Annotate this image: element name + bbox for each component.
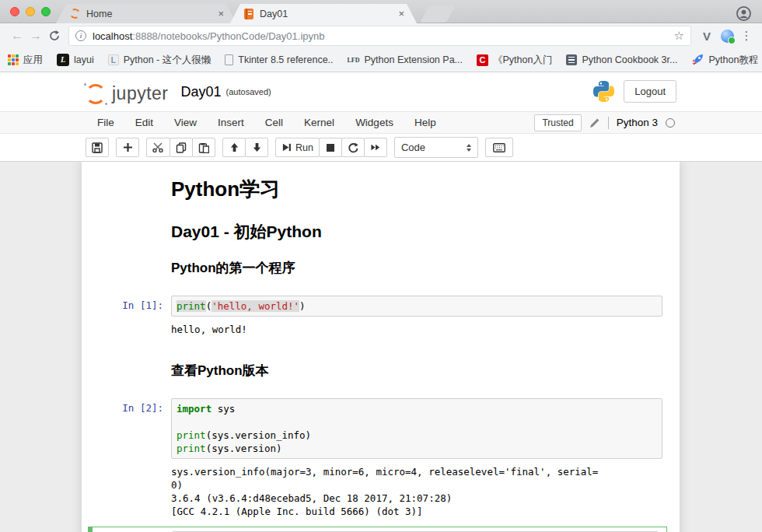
kernel-name: Python 3 <box>617 117 658 128</box>
bookmark-layui[interactable]: L layui <box>57 54 94 66</box>
bookmark-label: 《Python入门 <box>493 54 552 67</box>
output-text: sys.version_info(major=3, minor=6, micro… <box>171 465 598 518</box>
close-window-button[interactable] <box>10 7 19 16</box>
jupyter-spinner-icon <box>69 8 82 20</box>
bookmark-label: Python Extension Pa... <box>365 54 463 65</box>
forward-icon[interactable]: → <box>26 29 45 43</box>
menu-insert[interactable]: Insert <box>218 117 244 128</box>
tab-close-icon[interactable]: × <box>397 8 406 19</box>
jupyter-header: jupyter Day01 (autosaved) Logout <box>0 72 762 111</box>
copy-icon <box>176 142 187 153</box>
tab-close-icon[interactable]: × <box>216 8 225 19</box>
zoom-window-button[interactable] <box>41 7 51 16</box>
code-input[interactable]: import sys print(sys.version_info)print(… <box>171 398 662 459</box>
arrow-down-icon <box>252 142 262 152</box>
python-logo-icon <box>593 81 614 102</box>
jupyter-toolbar: Run Code <box>0 134 762 162</box>
back-icon[interactable]: ← <box>8 29 26 43</box>
save-button[interactable] <box>86 138 109 157</box>
code-cell-1[interactable]: In [1]: print('hello, world!') <box>82 296 680 317</box>
bookmark-cookbook[interactable]: Python Cookbook 3r... <box>566 54 677 65</box>
extension-v-icon[interactable]: V <box>697 30 716 43</box>
code-input[interactable]: print('hello, world!') <box>171 296 662 317</box>
code-cell-3-selected[interactable]: In [ ]: <box>88 527 667 532</box>
restart-kernel-button[interactable] <box>341 138 365 157</box>
profile-avatar-icon[interactable] <box>736 6 751 21</box>
bookmark-label: Python - 这个人很懒 <box>124 54 211 67</box>
jupyter-planet-icon <box>86 84 106 104</box>
menu-edit[interactable]: Edit <box>135 117 153 128</box>
address-bar[interactable]: i localhost:8888/notebooks/PythonCode/Da… <box>68 26 691 46</box>
url-path: :8888/notebooks/PythonCode/Day01.ipynb <box>132 30 324 42</box>
input-prompt: In [2]: <box>82 398 171 459</box>
output-prompt <box>82 465 171 518</box>
output-text: hello, world! <box>171 323 247 336</box>
bookmark-label: layui <box>74 54 94 65</box>
dropdown-arrows-icon <box>467 144 471 152</box>
book-grid-icon <box>566 54 577 65</box>
markdown-heading-1: Python学习 <box>171 176 656 203</box>
logout-button[interactable]: Logout <box>624 80 676 103</box>
paste-cell-button[interactable] <box>192 138 215 157</box>
notebook-scroll-area[interactable]: Python学习 Day01 - 初始Python Python的第一个程序 I… <box>0 162 762 532</box>
bookmark-python-tutorial[interactable]: Python教程 <box>691 54 758 67</box>
cell-type-dropdown[interactable]: Code <box>394 137 478 158</box>
tab-title: Day01 <box>260 9 397 19</box>
scissors-icon <box>152 142 164 152</box>
edit-mode-indicator <box>89 527 93 532</box>
cut-cell-button[interactable] <box>146 138 170 157</box>
letter-l-icon: L <box>108 54 119 65</box>
markdown-heading-2: Day01 - 初始Python <box>171 221 656 243</box>
bookmark-label: Python Cookbook 3r... <box>582 54 677 65</box>
apps-grid-icon <box>8 54 19 65</box>
restart-run-all-button[interactable] <box>364 138 387 157</box>
run-cell-button[interactable]: Run <box>275 138 320 157</box>
move-cell-down-button[interactable] <box>245 138 268 157</box>
add-cell-button[interactable] <box>116 138 139 157</box>
bookmark-python-intro[interactable]: C 《Python入门 <box>477 54 552 67</box>
rocket-icon <box>691 54 704 66</box>
notebook-title[interactable]: Day01 <box>181 84 222 100</box>
pencil-icon <box>589 117 600 128</box>
code-token: (sys.version) <box>206 443 282 454</box>
restart-icon <box>348 142 358 153</box>
trusted-button[interactable]: Trusted <box>534 114 581 131</box>
move-cell-up-button[interactable] <box>222 138 246 157</box>
command-palette-button[interactable] <box>485 138 513 157</box>
bookmarks-bar: 应用 L layui L Python - 这个人很懒 Tkinter 8.5 … <box>0 48 762 72</box>
bookmark-python-blog[interactable]: L Python - 这个人很懒 <box>108 54 211 67</box>
code-token: import <box>177 403 211 415</box>
chrome-menu-icon[interactable]: ⋮ <box>739 29 754 43</box>
interrupt-kernel-button[interactable] <box>319 138 342 157</box>
code-token: 'hello, world!' <box>211 300 299 312</box>
code-cell-2[interactable]: In [2]: import sys print(sys.version_inf… <box>82 398 680 459</box>
page-info-icon[interactable]: i <box>75 30 86 41</box>
menu-view[interactable]: View <box>174 117 197 128</box>
code-token: sys <box>211 403 235 415</box>
jupyter-wordmark: jupyter <box>112 83 169 104</box>
bookmark-apps[interactable]: 应用 <box>8 54 43 67</box>
bookmark-extension-packages[interactable]: LFD Python Extension Pa... <box>348 54 463 65</box>
copy-cell-button[interactable] <box>170 138 193 157</box>
bookmark-star-icon[interactable]: ☆ <box>674 29 684 43</box>
browser-tab-home[interactable]: Home × <box>56 4 236 23</box>
reload-icon[interactable] <box>45 30 64 42</box>
input-prompt: In [1]: <box>82 296 171 317</box>
menu-kernel[interactable]: Kernel <box>304 117 334 128</box>
floppy-icon <box>92 142 103 153</box>
new-tab-button[interactable] <box>420 5 456 23</box>
bookmark-tkinter[interactable]: Tkinter 8.5 reference.. <box>225 54 333 65</box>
run-icon <box>281 142 292 152</box>
minimize-window-button[interactable] <box>26 7 35 16</box>
globe-extension-icon[interactable] <box>721 30 734 43</box>
menu-help[interactable]: Help <box>414 117 436 128</box>
browser-tab-day01[interactable]: Day01 × <box>230 4 417 23</box>
menu-cell[interactable]: Cell <box>265 117 283 128</box>
bookmark-label: Tkinter 8.5 reference.. <box>238 54 333 65</box>
jupyter-logo[interactable]: jupyter <box>86 79 169 104</box>
window-titlebar: Home × Day01 × <box>0 0 762 23</box>
layui-icon: L <box>57 54 69 66</box>
menu-file[interactable]: File <box>97 117 114 128</box>
menu-widgets[interactable]: Widgets <box>355 117 393 128</box>
notebook-container: Python学习 Day01 - 初始Python Python的第一个程序 I… <box>82 162 680 532</box>
